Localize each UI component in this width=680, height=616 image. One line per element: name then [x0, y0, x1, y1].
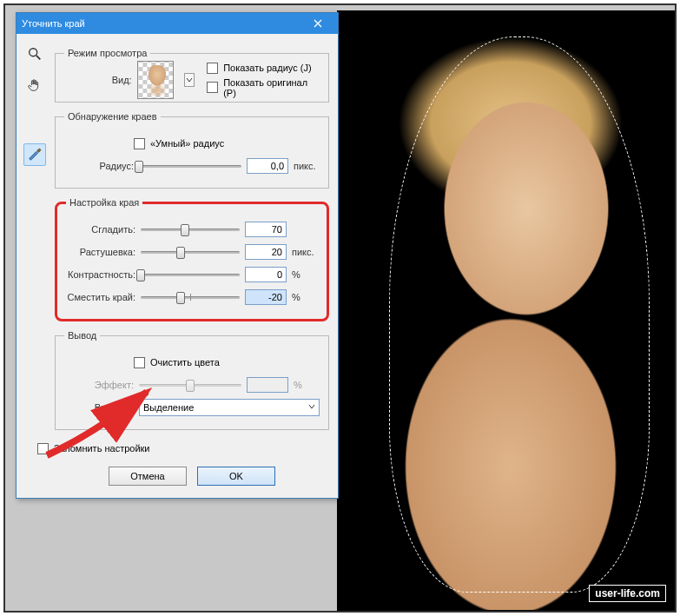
- decontaminate-row[interactable]: Очистить цвета: [134, 357, 220, 368]
- titlebar[interactable]: Уточнить край: [17, 13, 338, 34]
- watermark: user-life.com: [589, 585, 666, 602]
- zoom-tool[interactable]: [23, 43, 46, 65]
- view-label: Вид:: [64, 75, 132, 85]
- decontaminate-checkbox[interactable]: [134, 357, 145, 368]
- shift-edge-slider[interactable]: [141, 291, 240, 303]
- legend-output: Вывод: [64, 330, 100, 341]
- remember-checkbox[interactable]: [37, 443, 49, 454]
- output-to-value: Выделение: [143, 402, 194, 413]
- show-radius-row[interactable]: Показать радиус (J): [207, 63, 320, 74]
- contrast-unit: %: [292, 269, 318, 280]
- canvas-image: [337, 10, 675, 611]
- svg-point-0: [30, 49, 37, 56]
- view-dropdown[interactable]: [184, 73, 195, 87]
- refine-brush-tool[interactable]: [23, 143, 46, 166]
- selection-marquee: [389, 36, 650, 593]
- group-view-mode: Режим просмотра Вид: Показать радиус (J): [55, 48, 329, 103]
- feather-label: Растушевка:: [66, 247, 135, 257]
- ok-button[interactable]: OK: [197, 467, 275, 486]
- smooth-label: Сгладить:: [66, 224, 135, 235]
- effect-unit: %: [294, 380, 320, 390]
- effect-slider: [139, 379, 241, 391]
- group-adjust-edge: Настройка края Сгладить: Растушевка:: [55, 197, 329, 321]
- show-original-row[interactable]: Показать оригинал (P): [207, 77, 320, 98]
- feather-unit: пикс.: [292, 247, 318, 257]
- refine-edge-dialog: Уточнить край Режи: [16, 12, 339, 499]
- feather-slider[interactable]: [141, 246, 240, 258]
- contrast-slider[interactable]: [141, 268, 240, 281]
- radius-input[interactable]: [247, 158, 288, 174]
- radius-unit: пикс.: [294, 161, 320, 171]
- smooth-input[interactable]: [245, 222, 287, 237]
- legend-edge-detection: Обнаружение краев: [64, 111, 161, 122]
- show-original-label: Показать оригинал (P): [223, 77, 320, 98]
- close-button[interactable]: [303, 14, 333, 33]
- show-original-checkbox[interactable]: [207, 82, 218, 93]
- hand-tool[interactable]: [23, 74, 46, 96]
- shift-edge-input[interactable]: [245, 289, 287, 305]
- legend-adjust-edge: Настройка края: [66, 197, 142, 208]
- feather-input[interactable]: [245, 244, 287, 260]
- show-radius-label: Показать радиус (J): [223, 63, 311, 73]
- contrast-input[interactable]: [245, 267, 287, 282]
- remember-row[interactable]: Запомнить настройки: [37, 443, 150, 454]
- shift-edge-label: Сместить край:: [66, 292, 135, 302]
- show-radius-checkbox[interactable]: [207, 63, 218, 74]
- radius-label: Радиус:: [64, 161, 134, 171]
- smart-radius-row[interactable]: «Умный» радиус: [134, 138, 224, 149]
- smooth-slider[interactable]: [141, 223, 240, 235]
- decontaminate-label: Очистить цвета: [150, 357, 220, 368]
- remember-label: Запомнить настройки: [54, 443, 150, 454]
- radius-slider[interactable]: [139, 160, 241, 172]
- output-to-label: Вывод в:: [64, 402, 134, 413]
- effect-label: Эффект:: [64, 380, 134, 390]
- shift-edge-unit: %: [292, 292, 318, 302]
- view-thumbnail[interactable]: [137, 61, 175, 99]
- group-output: Вывод Очистить цвета Эффект: %: [55, 330, 329, 430]
- cancel-button[interactable]: Отмена: [109, 467, 187, 486]
- group-edge-detection: Обнаружение краев «Умный» радиус Радиус:: [55, 111, 329, 189]
- smart-radius-checkbox[interactable]: [134, 138, 145, 149]
- dialog-title: Уточнить край: [22, 18, 303, 29]
- output-to-select[interactable]: Выделение: [139, 399, 320, 416]
- smart-radius-label: «Умный» радиус: [150, 138, 224, 149]
- legend-view-mode: Режим просмотра: [64, 48, 150, 58]
- contrast-label: Контрастность:: [66, 269, 135, 280]
- effect-input: [247, 377, 288, 393]
